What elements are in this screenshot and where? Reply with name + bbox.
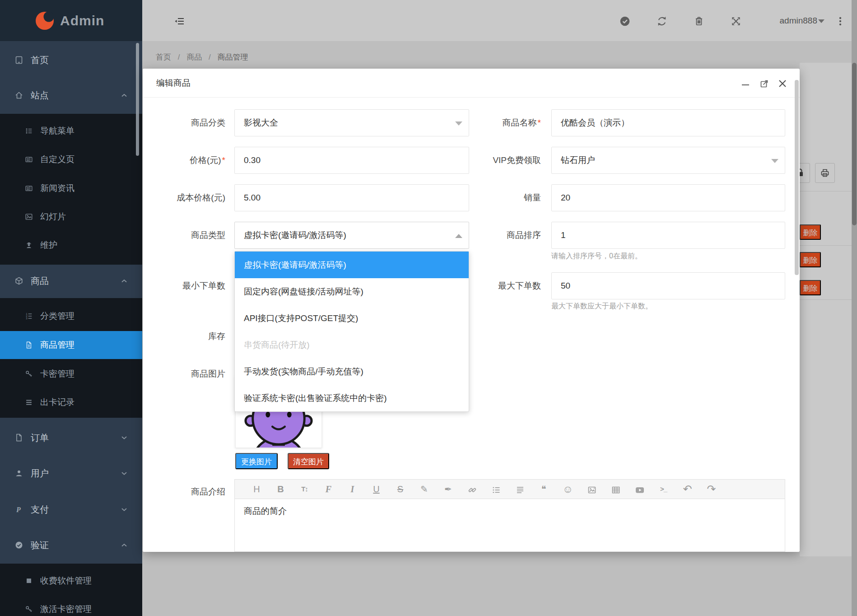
file-icon: [14, 433, 23, 442]
redo-icon[interactable]: ↷: [699, 480, 723, 499]
sidebar-item-label: 导航菜单: [40, 125, 75, 137]
sidebar-item-maintenance[interactable]: 维护: [0, 231, 142, 259]
sidebar-item-label: 新闻资讯: [40, 182, 75, 194]
strikethrough-icon[interactable]: S: [388, 480, 412, 499]
type-value: 虚拟卡密(邀请码/激活码等): [244, 230, 346, 240]
emoji-icon[interactable]: ☺: [556, 480, 580, 499]
maintenance-icon: [25, 241, 33, 249]
list-ul-icon[interactable]: [484, 480, 508, 499]
type-label: 商品类型: [149, 222, 225, 249]
cost-input[interactable]: 5.00: [234, 184, 469, 211]
dropdown-option-dropship-disabled: 串货商品(待开放): [235, 331, 469, 358]
description-label: 商品介绍: [149, 478, 225, 505]
heading-icon[interactable]: H: [245, 480, 269, 499]
file-text-icon: [25, 341, 33, 349]
sidebar-item-home[interactable]: 首页: [0, 46, 142, 74]
sidebar-item-users[interactable]: 用户: [0, 459, 142, 487]
link-icon[interactable]: [460, 480, 484, 499]
underline-icon[interactable]: U: [364, 480, 388, 499]
italic-icon[interactable]: I: [340, 480, 364, 499]
sidebar-scrollbar[interactable]: [136, 43, 139, 156]
type-dropdown-menu: 虚拟卡密(邀请码/激活码等) 固定内容(网盘链接/活动网址等) API接口(支持…: [234, 251, 469, 412]
sidebar-item-label: 收费软件管理: [40, 575, 92, 587]
sort-label: 商品排序: [464, 222, 541, 249]
sidebar-item-activation-key-manage[interactable]: 激活卡密管理: [0, 595, 142, 616]
minimize-icon[interactable]: [739, 77, 752, 90]
dropdown-option-verify-system-card[interactable]: 验证系统卡密(出售验证系统中的卡密): [235, 385, 469, 411]
sidebar-item-product-manage[interactable]: 商品管理: [0, 331, 142, 359]
logo-bar: Admin: [0, 0, 142, 41]
sidebar-item-label: 首页: [31, 54, 49, 66]
product-name-input[interactable]: 优酷会员（演示）: [551, 109, 785, 136]
dropdown-option-fixed-content[interactable]: 固定内容(网盘链接/活动网址等): [235, 278, 469, 305]
sidebar-item-label: 激活卡密管理: [40, 603, 92, 615]
sidebar-item-news[interactable]: 新闻资讯: [0, 174, 142, 202]
bold-icon[interactable]: B: [269, 480, 293, 499]
category-value: 影视大全: [244, 118, 278, 127]
sidebar-item-card-records[interactable]: 出卡记录: [0, 388, 142, 416]
brush-icon[interactable]: ✒: [436, 480, 460, 499]
sidebar-item-verify[interactable]: 验证: [0, 531, 142, 559]
sidebar-item-label: 分类管理: [40, 310, 75, 322]
sidebar-item-products[interactable]: 商品: [0, 267, 142, 295]
sidebar-item-nav-menu[interactable]: 导航菜单: [0, 117, 142, 145]
video-icon[interactable]: [628, 480, 652, 499]
modal-title: 编辑商品: [156, 69, 191, 98]
sort-help-text: 请输入排序序号，0在最前。: [551, 252, 642, 261]
news-icon: [25, 184, 33, 192]
sidebar-item-paid-software-manage[interactable]: 收费软件管理: [0, 567, 142, 595]
type-select[interactable]: 虚拟卡密(邀请码/激活码等): [234, 222, 469, 249]
dropdown-option-api[interactable]: API接口(支持POST/GET提交): [235, 305, 469, 331]
sidebar-item-label: 幻灯片: [40, 211, 66, 223]
sidebar-item-card-key-manage[interactable]: 卡密管理: [0, 360, 142, 388]
max-order-help-text: 最大下单数应大于最小下单数。: [551, 302, 652, 311]
font-size-icon[interactable]: T↕: [293, 480, 317, 499]
description-editor-content[interactable]: 商品的简介: [234, 499, 785, 552]
dropdown-option-virtual-card[interactable]: 虚拟卡密(邀请码/激活码等): [235, 252, 469, 278]
brand-logo-icon: [35, 11, 55, 31]
image-icon[interactable]: [580, 480, 604, 499]
replace-image-button[interactable]: 更换图片: [235, 453, 278, 469]
quote-icon[interactable]: ❝: [532, 480, 556, 499]
max-order-input[interactable]: 50: [551, 272, 785, 299]
price-input[interactable]: 0.30: [234, 147, 469, 174]
min-order-label: 最小下单数: [149, 272, 225, 299]
caret-down-icon: [455, 121, 462, 126]
sidebar-item-custom-page[interactable]: 自定义页: [0, 145, 142, 173]
sidebar-item-label: 站点: [31, 89, 49, 102]
sidebar-item-site[interactable]: 站点: [0, 81, 142, 109]
maximize-icon[interactable]: [758, 77, 771, 90]
sidebar-item-category-manage[interactable]: 123 分类管理: [0, 302, 142, 330]
align-icon[interactable]: [508, 480, 532, 499]
key-icon: [25, 605, 33, 613]
caret-up-icon: [455, 234, 462, 238]
pen-icon[interactable]: ✎: [412, 480, 436, 499]
sidebar-item-label: 自定义页: [40, 154, 75, 165]
category-select[interactable]: 影视大全: [234, 109, 469, 136]
terminal-icon[interactable]: >_: [652, 480, 675, 499]
cost-label: 成本价格(元): [149, 184, 225, 211]
dropdown-option-manual-delivery[interactable]: 手动发货(实物商品/手动充值等): [235, 358, 469, 385]
font-family-icon[interactable]: F: [317, 480, 340, 499]
undo-icon[interactable]: ↶: [675, 480, 699, 499]
clear-image-button[interactable]: 清空图片: [288, 453, 329, 469]
tablet-icon: [14, 56, 23, 65]
sales-input[interactable]: 20: [551, 184, 785, 211]
vip-label: VIP免费领取: [464, 147, 541, 174]
sidebar-item-slideshow[interactable]: 幻灯片: [0, 203, 142, 231]
table-icon[interactable]: [604, 480, 628, 499]
chevron-up-icon: [121, 93, 127, 98]
sidebar-item-orders[interactable]: 订单: [0, 424, 142, 452]
vip-select[interactable]: 钻石用户: [551, 147, 785, 174]
sidebar-item-label: 订单: [31, 432, 49, 444]
close-icon[interactable]: [776, 77, 789, 90]
modal-scrollbar-thumb[interactable]: [795, 80, 799, 275]
sort-input[interactable]: 1: [551, 222, 785, 249]
slideshow-icon: [25, 213, 33, 221]
user-icon: [14, 469, 23, 478]
sidebar-item-label: 验证: [31, 539, 49, 551]
required-asterisk: *: [222, 155, 225, 165]
category-label: 商品分类: [149, 109, 225, 136]
list-icon: [25, 398, 33, 406]
sidebar-item-payment[interactable]: P 支付: [0, 495, 142, 523]
